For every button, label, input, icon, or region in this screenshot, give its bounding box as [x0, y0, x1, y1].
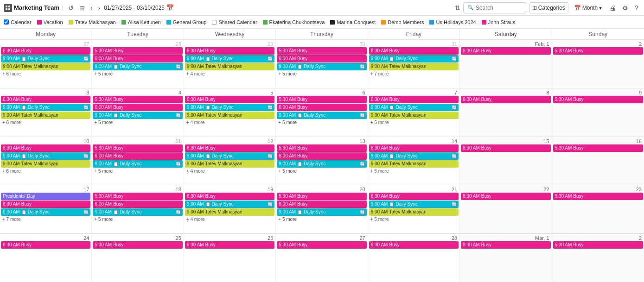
calendar-day[interactable]: 56:30 AMBusy9:00 AM📋Daily Sync🔄9:00 AMTa… [184, 88, 276, 137]
calendar-event[interactable]: 5:30 AMBusy [553, 241, 643, 249]
search-box[interactable]: 🔍 [463, 2, 526, 13]
calendar-icon[interactable]: 📅 [166, 4, 174, 11]
calendar-day[interactable]: 88:30 AMBusy [460, 88, 552, 137]
calendar-event[interactable]: 9:00 AMTatev Malkhasyan [369, 208, 459, 216]
calendar-event[interactable]: 9:00 AMTatev Malkhasyan [1, 160, 90, 168]
more-events-link[interactable]: + 4 more [185, 71, 274, 77]
calendar-day[interactable]: 135:30 AMBusy6:00 AMBusy9:00 AM📋Daily Sy… [276, 137, 368, 185]
more-events-link[interactable]: + 6 more [1, 168, 90, 174]
more-events-link[interactable]: + 5 more [93, 71, 182, 77]
calendar-day[interactable]: 196:30 AMBusy9:00 AM📋Daily Sync🔄9:00 AMT… [184, 185, 276, 233]
calendar-event[interactable]: 9:00 AMTatev Malkhasyan [369, 63, 459, 70]
calendar-day[interactable]: Feb, 18:30 AMBusy [460, 40, 552, 88]
calendar-day[interactable]: 205:30 AMBusy6:00 AMBusy9:00 AM📋Daily Sy… [276, 185, 368, 233]
calendar-day[interactable]: 158:30 AMBusy [460, 137, 552, 185]
calendar-event[interactable]: 5:30 AMBusy [553, 47, 643, 55]
calendar-event[interactable]: 6:30 AMBusy [1, 144, 90, 152]
calendar-event[interactable]: 9:00 AM📋Daily Sync🔄 [369, 152, 459, 160]
calendar-day[interactable]: 165:30 AMBusy [552, 137, 644, 185]
calendar-toggle[interactable] [4, 19, 9, 25]
calendar-event[interactable]: 8:30 AMBusy [461, 241, 550, 249]
calendar-day[interactable]: 25:30 AMBusy [552, 40, 644, 88]
calendar-event[interactable]: 6:00 AMBusy [93, 55, 182, 63]
calendar-event[interactable]: 8:30 AMBusy [461, 96, 550, 103]
calendar-day[interactable]: 235:30 AMBusy [552, 185, 644, 233]
more-events-link[interactable]: + 6 more [1, 119, 90, 125]
more-events-link[interactable]: + 5 more [369, 168, 459, 174]
calendar-event[interactable]: 9:00 AMTatev Malkhasyan [185, 63, 274, 70]
view-toggle-button[interactable]: ⊞ [77, 3, 87, 13]
calendar-day[interactable]: 228:30 AMBusy [460, 185, 552, 233]
calendar-day[interactable]: 216:30 AMBusy9:00 AM📋Daily Sync🔄9:00 AMT… [368, 185, 460, 233]
legend-item-checkbox[interactable]: Calendar [4, 19, 32, 25]
calendar-event[interactable]: 9:00 AM📋Daily Sync🔄 [1, 55, 90, 63]
calendar-event[interactable]: 9:00 AM📋Daily Sync🔄 [93, 208, 182, 216]
calendar-event[interactable]: 5:30 AMBusy [553, 144, 643, 152]
nav-next-button[interactable]: › [96, 3, 102, 13]
calendar-event[interactable]: 5:30 AMBusy [277, 144, 366, 152]
calendar-day[interactable]: 255:30 AMBusy [92, 234, 184, 282]
calendar-event[interactable]: 8:30 AMBusy [461, 144, 550, 152]
calendar-day[interactable]: 305:30 AMBusy6:00 AMBusy9:00 AM📋Daily Sy… [276, 40, 368, 88]
more-events-link[interactable]: + 5 more [277, 216, 366, 222]
calendar-day[interactable]: 36:30 AMBusy9:00 AM📋Daily Sync🔄9:00 AMTa… [0, 88, 92, 137]
calendar-event[interactable]: 9:00 AMTatev Malkhasyan [185, 160, 274, 168]
more-events-link[interactable]: + 4 more [185, 168, 274, 174]
calendar-day[interactable]: 316:30 AMBusy9:00 AM📋Daily Sync🔄9:00 AMT… [368, 40, 460, 88]
calendar-event[interactable]: 9:00 AM📋Daily Sync🔄 [93, 63, 182, 70]
more-events-link[interactable]: + 7 more [1, 216, 90, 222]
calendar-event[interactable]: 8:30 AMBusy [461, 193, 550, 200]
calendar-day[interactable]: 146:30 AMBusy9:00 AM📋Daily Sync🔄9:00 AMT… [368, 137, 460, 185]
more-events-link[interactable]: + 4 more [185, 119, 274, 125]
calendar-event[interactable]: 6:30 AMBusy [369, 193, 459, 200]
calendar-event[interactable]: 6:30 AMBusy [185, 241, 274, 249]
calendar-event[interactable]: 5:30 AMBusy [553, 193, 643, 200]
calendar-event[interactable]: 9:00 AM📋Daily Sync🔄 [1, 208, 90, 216]
more-events-link[interactable]: + 4 more [185, 216, 274, 222]
calendar-day[interactable]: 126:30 AMBusy9:00 AM📋Daily Sync🔄9:00 AMT… [184, 137, 276, 185]
calendar-event[interactable]: 6:30 AMBusy [369, 47, 459, 55]
more-events-link[interactable]: + 6 more [1, 71, 90, 77]
sort-icon[interactable]: ⇅ [455, 4, 460, 12]
calendar-day[interactable]: 286:30 AMBusy [368, 234, 460, 282]
calendar-day[interactable]: 185:30 AMBusy6:00 AMBusy9:00 AM📋Daily Sy… [92, 185, 184, 233]
calendar-day[interactable]: 106:30 AMBusy9:00 AM📋Daily Sync🔄9:00 AMT… [0, 137, 92, 185]
more-events-link[interactable]: + 7 more [369, 71, 459, 77]
calendar-event[interactable]: 6:00 AMBusy [277, 55, 366, 63]
help-button[interactable]: ? [633, 3, 640, 13]
calendar-event[interactable]: 9:00 AM📋Daily Sync🔄 [369, 201, 459, 208]
nav-prev-button[interactable]: ‹ [89, 3, 95, 13]
calendar-event[interactable]: 9:00 AMTatev Malkhasyan [1, 63, 90, 70]
calendar-event[interactable]: 9:00 AM📋Daily Sync🔄 [277, 112, 366, 119]
more-events-link[interactable]: + 5 more [369, 119, 459, 125]
calendar-day[interactable]: 45:30 AMBusy6:00 AMBusy9:00 AM📋Daily Syn… [92, 88, 184, 137]
calendar-event[interactable]: 9:00 AM📋Daily Sync🔄 [277, 63, 366, 70]
print-button[interactable]: 🖨 [607, 3, 618, 13]
more-events-link[interactable]: + 5 more [277, 119, 366, 125]
calendar-event[interactable]: 9:00 AMTatev Malkhasyan [185, 208, 274, 216]
more-events-link[interactable]: + 5 more [277, 71, 366, 77]
calendar-day[interactable]: 246:30 AMBusy [0, 234, 92, 282]
calendar-event[interactable]: 5:30 AMBusy [277, 193, 366, 200]
calendar-event[interactable]: 8:30 AMBusy [461, 47, 550, 55]
calendar-day[interactable]: 25:30 AMBusy [552, 234, 644, 282]
calendar-event[interactable]: 5:30 AMBusy [93, 47, 182, 55]
holiday-event[interactable]: Presidents' Day [1, 193, 90, 200]
calendar-event[interactable]: 9:00 AM📋Daily Sync🔄 [185, 104, 274, 111]
calendar-day[interactable]: 65:30 AMBusy6:00 AMBusy9:00 AM📋Daily Syn… [276, 88, 368, 137]
calendar-event[interactable]: 9:00 AM📋Daily Sync🔄 [1, 152, 90, 160]
calendar-day[interactable]: 296:30 AMBusy9:00 AM📋Daily Sync🔄9:00 AMT… [184, 40, 276, 88]
settings-button[interactable]: ⚙ [620, 3, 630, 13]
calendar-event[interactable]: 9:00 AM📋Daily Sync🔄 [185, 55, 274, 63]
calendar-event[interactable]: 6:30 AMBusy [185, 193, 274, 200]
calendar-event[interactable]: 6:30 AMBusy [1, 241, 90, 249]
calendar-event[interactable]: 9:00 AM📋Daily Sync🔄 [93, 112, 182, 119]
calendar-event[interactable]: 5:30 AMBusy [93, 144, 182, 152]
more-events-link[interactable]: + 5 more [93, 119, 182, 125]
calendar-event[interactable]: 9:00 AM📋Daily Sync🔄 [93, 160, 182, 168]
calendar-event[interactable]: 9:00 AMTatev Malkhasyan [185, 112, 274, 119]
calendar-event[interactable]: 6:30 AMBusy [1, 96, 90, 103]
calendar-event[interactable]: 6:30 AMBusy [185, 96, 274, 103]
calendar-event[interactable]: 9:00 AMTatev Malkhasyan [369, 112, 459, 119]
calendar-event[interactable]: 9:00 AMTatev Malkhasyan [1, 112, 90, 119]
